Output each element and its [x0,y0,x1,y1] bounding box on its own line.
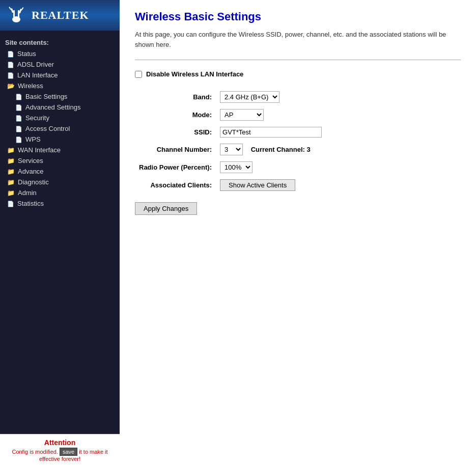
band-row: Band: 2.4 GHz (B+G) 2.4 GHz (B) 2.4 GHz … [135,88,326,106]
attention-text: Config is modified. save it to make it e… [5,448,115,462]
sidebar-item-label: Advance [18,168,44,175]
file-icon [7,200,14,207]
mode-select[interactable]: AP Client WDS AP+WDS [220,109,264,121]
sidebar-item-label: Access Control [25,125,70,132]
file-icon [7,50,14,58]
mode-row: Mode: AP Client WDS AP+WDS [135,106,326,124]
divider [135,60,461,60]
mode-label: Mode: [135,106,216,124]
svg-rect-6 [9,7,12,10]
sidebar-item-advanced-settings[interactable]: Advanced Settings [0,102,120,113]
sidebar-item-statistics[interactable]: Statistics [0,198,120,209]
file-icon [15,125,22,132]
sidebar-item-label: Admin [18,189,37,197]
disable-row: Disable Wireless LAN Interface [135,70,461,78]
wireless-settings-table: Band: 2.4 GHz (B+G) 2.4 GHz (B) 2.4 GHz … [135,88,326,194]
sidebar-item-diagnostic[interactable]: Diagnostic [0,177,120,187]
radio-power-label: Radio Power (Percent): [135,158,216,176]
sidebar-item-label: Statistics [17,200,44,207]
ssid-input[interactable] [220,127,322,138]
file-icon [7,61,14,68]
folder-icon [7,189,15,197]
sidebar-item-access-control[interactable]: Access Control [0,123,120,134]
sidebar-item-status[interactable]: Status [0,48,120,59]
radio-power-row: Radio Power (Percent): 100% 70% 50% 35% … [135,158,326,176]
sidebar-header: REALTEK [0,0,120,31]
sidebar-item-basic-settings[interactable]: Basic Settings [0,91,120,102]
sidebar-item-label: Basic Settings [25,93,67,100]
folder-icon [7,168,15,175]
channel-label: Channel Number: [135,141,216,158]
radio-power-control: 100% 70% 50% 35% 15% [216,158,326,176]
sidebar-item-services[interactable]: Services [0,155,120,166]
ssid-label: SSID: [135,124,216,141]
folder-open-icon [7,82,15,90]
file-icon [15,93,22,100]
folder-icon [7,157,15,165]
sidebar-item-label: ADSL Driver [17,61,54,68]
file-icon [15,135,22,143]
attention-box: Attention Config is modified. save it to… [0,434,120,466]
sidebar-item-label: Status [17,50,36,58]
band-control: 2.4 GHz (B+G) 2.4 GHz (B) 2.4 GHz (G) 5 … [216,88,326,106]
associated-clients-row: Associated Clients: Show Active Clients [135,176,326,194]
sidebar-item-advance[interactable]: Advance [0,166,120,177]
ssid-row: SSID: [135,124,326,141]
sidebar-item-label: WPS [25,135,41,143]
associated-clients-label: Associated Clients: [135,176,216,194]
svg-rect-7 [21,7,24,11]
folder-icon [7,146,15,154]
form-section: Disable Wireless LAN Interface Band: 2.4… [120,65,476,225]
sidebar-brand-title: REALTEK [32,9,89,22]
sidebar-item-admin[interactable]: Admin [0,187,120,198]
page-header: Wireless Basic Settings At this page, yo… [120,0,476,54]
svg-rect-3 [18,10,19,17]
sidebar-item-label: Wireless [18,82,43,90]
page-description: At this page, you can configure the Wire… [135,30,461,49]
current-channel-display: Current Channel: 3 [251,146,311,153]
sidebar-item-label: Diagnostic [18,178,49,186]
current-channel-value: 3 [306,146,310,153]
nav-section-label: Site contents: [0,36,120,48]
mode-control: AP Client WDS AP+WDS [216,106,326,124]
band-select[interactable]: 2.4 GHz (B+G) 2.4 GHz (B) 2.4 GHz (G) 5 … [220,91,279,103]
attention-title: Attention [5,438,115,447]
file-icon [15,114,22,122]
associated-clients-control: Show Active Clients [216,176,326,194]
sidebar-item-lan-interface[interactable]: LAN Interface [0,70,120,80]
radio-power-select[interactable]: 100% 70% 50% 35% 15% [220,161,253,173]
apply-changes-row: Apply Changes [135,194,461,215]
sidebar: REALTEK Site contents: Status ADSL Drive… [0,0,120,466]
svg-rect-2 [13,10,15,17]
channel-control: 123 456 789 10111213 Current Channel: 3 [216,141,326,158]
apply-changes-button[interactable]: Apply Changes [135,202,197,215]
sidebar-item-wireless[interactable]: Wireless [0,80,120,91]
band-label: Band: [135,88,216,106]
save-button[interactable]: save [60,448,77,456]
sidebar-item-label: LAN Interface [17,71,58,79]
sidebar-item-label: Services [18,157,43,165]
sidebar-item-wan-interface[interactable]: WAN Interface [0,145,120,155]
disable-wireless-checkbox[interactable] [135,71,142,78]
page-title: Wireless Basic Settings [135,10,461,23]
sidebar-item-label: WAN Interface [18,146,61,154]
realtek-logo-icon [6,5,26,25]
folder-icon [7,178,15,186]
file-icon [15,103,22,111]
show-active-clients-button[interactable]: Show Active Clients [220,179,295,191]
main-content: Wireless Basic Settings At this page, yo… [120,0,476,466]
sidebar-item-wps[interactable]: WPS [0,134,120,145]
sidebar-item-label: Security [25,114,49,122]
attention-text-before: Config is modified. [12,449,58,455]
sidebar-item-adsl-driver[interactable]: ADSL Driver [0,59,120,70]
sidebar-item-security[interactable]: Security [0,113,120,123]
file-icon [7,71,14,79]
svg-rect-4 [11,8,14,13]
sidebar-nav: Site contents: Status ADSL Driver LAN In… [0,31,120,434]
sidebar-item-label: Advanced Settings [25,103,80,111]
disable-wireless-label: Disable Wireless LAN Interface [146,70,243,78]
channel-row: Channel Number: 123 456 789 10111213 Cur… [135,141,326,158]
ssid-control [216,124,326,141]
current-channel-label: Current Channel: [251,146,305,153]
channel-select[interactable]: 123 456 789 10111213 [220,144,243,155]
